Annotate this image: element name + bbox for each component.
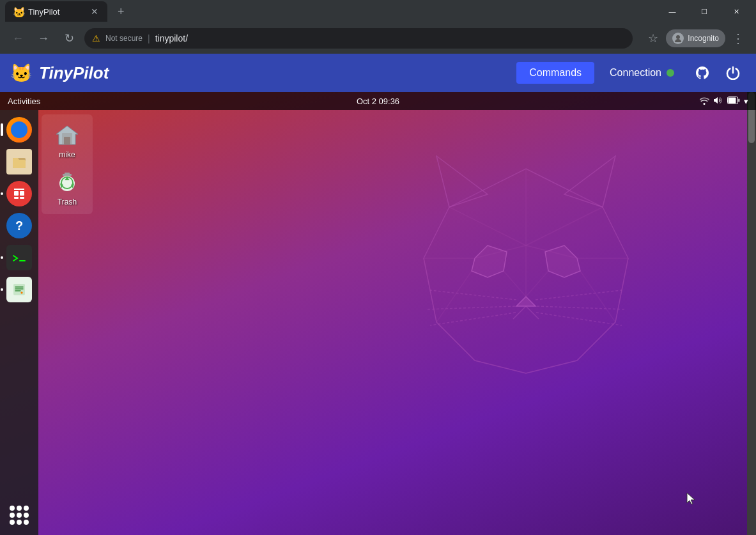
browser-addressbar: ← → ↻ ⚠ Not secure | tinypilot/ ☆ Incogn… bbox=[0, 23, 756, 54]
address-bar[interactable]: ⚠ Not secure | tinypilot/ bbox=[84, 28, 633, 49]
trash-icon bbox=[54, 169, 80, 195]
svg-rect-5 bbox=[14, 191, 19, 196]
incognito-icon bbox=[672, 33, 684, 44]
url-text: tinypilot/ bbox=[155, 33, 188, 43]
back-button[interactable]: ← bbox=[8, 28, 28, 49]
cat-artwork bbox=[334, 118, 718, 514]
window-controls: — ☐ ✕ bbox=[658, 1, 751, 22]
security-label: Not secure bbox=[105, 34, 143, 43]
desktop-icon-home[interactable]: mike bbox=[45, 120, 89, 162]
terminal-icon bbox=[6, 245, 32, 270]
ubuntu-desktop[interactable]: Activities Oct 2 09:36 bbox=[0, 92, 756, 535]
systray-arrow-icon: ▾ bbox=[744, 97, 748, 106]
dock-item-help[interactable]: ? bbox=[4, 211, 34, 240]
power-button[interactable] bbox=[720, 60, 746, 86]
dock-item-files[interactable] bbox=[4, 147, 34, 176]
svg-rect-3 bbox=[738, 98, 740, 102]
bookmark-button[interactable]: ☆ bbox=[643, 28, 663, 49]
dock-item-firefox[interactable] bbox=[4, 115, 34, 144]
show-apps-button[interactable] bbox=[4, 500, 34, 530]
help-icon: ? bbox=[6, 213, 32, 238]
svg-rect-6 bbox=[20, 191, 24, 196]
svg-rect-2 bbox=[729, 97, 736, 103]
forward-button[interactable]: → bbox=[33, 28, 54, 49]
logo-text: TinyPilot bbox=[39, 63, 109, 83]
tab-title: TinyPilot bbox=[28, 7, 84, 17]
svg-rect-15 bbox=[65, 173, 70, 174]
tinypilot-nav: Commands Connection bbox=[516, 60, 746, 86]
activities-label[interactable]: Activities bbox=[8, 97, 40, 106]
editor-icon bbox=[6, 277, 32, 302]
more-options-button[interactable]: ⋮ bbox=[728, 28, 748, 49]
desktop-icon-trash[interactable]: Trash bbox=[45, 167, 89, 209]
close-button[interactable]: ✕ bbox=[721, 1, 751, 22]
tinypilot-header: 🐱 TinyPilot Commands Connection bbox=[0, 54, 756, 92]
scrollbar[interactable] bbox=[747, 92, 756, 535]
remote-desktop[interactable]: Activities Oct 2 09:36 bbox=[0, 92, 756, 535]
security-warning-icon: ⚠ bbox=[92, 33, 100, 43]
address-right-controls: ☆ Incognito ⋮ bbox=[643, 28, 748, 49]
logo-emoji: 🐱 bbox=[10, 63, 33, 84]
desktop-icons: mike bbox=[42, 114, 93, 214]
tab-favicon: 🐱 bbox=[13, 6, 23, 17]
svg-rect-9 bbox=[13, 284, 25, 295]
ubuntu-topbar: Activities Oct 2 09:36 bbox=[0, 92, 756, 110]
dock-item-appstore[interactable] bbox=[4, 179, 34, 208]
maximize-button[interactable]: ☐ bbox=[690, 1, 719, 22]
tinypilot-logo: 🐱 TinyPilot bbox=[10, 63, 109, 84]
grid-icon bbox=[10, 506, 29, 525]
ubuntu-dock: ? bbox=[0, 110, 38, 535]
home-icon-label: mike bbox=[59, 150, 75, 159]
system-clock: Oct 2 09:36 bbox=[357, 97, 399, 106]
new-tab-button[interactable]: + bbox=[112, 3, 130, 21]
browser-chrome: 🐱 TinyPilot ✕ + — ☐ ✕ ← → ↻ ⚠ Not secure… bbox=[0, 0, 756, 54]
home-folder-icon bbox=[54, 122, 80, 148]
desktop-icon-group: mike bbox=[42, 114, 93, 214]
browser-titlebar: 🐱 TinyPilot ✕ + — ☐ ✕ bbox=[0, 0, 756, 23]
connection-status-dot bbox=[667, 69, 674, 77]
incognito-button[interactable]: Incognito bbox=[666, 29, 725, 47]
address-separator: | bbox=[148, 33, 150, 43]
incognito-label: Incognito bbox=[688, 34, 719, 43]
dock-item-editor[interactable] bbox=[4, 275, 34, 304]
svg-rect-8 bbox=[20, 197, 24, 199]
minimize-button[interactable]: — bbox=[658, 1, 687, 22]
appstore-icon bbox=[6, 181, 32, 206]
browser-tab[interactable]: 🐱 TinyPilot ✕ bbox=[5, 1, 107, 22]
svg-rect-12 bbox=[62, 133, 72, 144]
battery-icon bbox=[727, 97, 740, 106]
files-icon bbox=[6, 149, 32, 174]
trash-icon-label: Trash bbox=[58, 198, 77, 206]
sound-icon bbox=[713, 95, 723, 107]
svg-point-0 bbox=[676, 35, 680, 39]
connection-button[interactable]: Connection bbox=[599, 62, 684, 84]
tab-close-button[interactable]: ✕ bbox=[89, 5, 100, 18]
dock-item-terminal[interactable] bbox=[4, 243, 34, 272]
system-tray: ▾ bbox=[699, 95, 748, 107]
reload-button[interactable]: ↻ bbox=[59, 28, 79, 49]
github-button[interactable] bbox=[690, 60, 715, 86]
commands-button[interactable]: Commands bbox=[516, 62, 594, 84]
firefox-icon bbox=[6, 117, 32, 143]
svg-rect-7 bbox=[14, 197, 19, 199]
wifi-icon bbox=[699, 95, 709, 107]
